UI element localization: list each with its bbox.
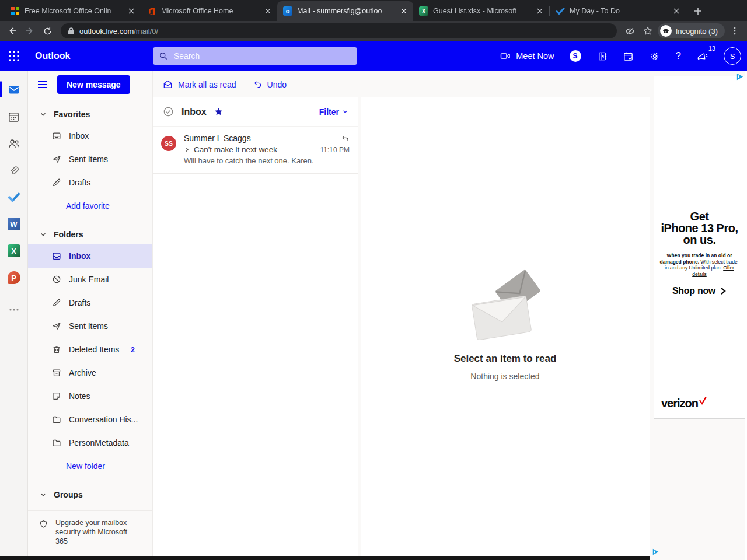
reload-icon[interactable] (40, 23, 55, 38)
rail-word-icon[interactable]: W (0, 211, 28, 237)
meet-now-label: Meet Now (516, 51, 554, 61)
close-icon[interactable] (535, 6, 544, 16)
skype-button[interactable]: S (570, 50, 581, 62)
help-button[interactable]: ? (676, 50, 681, 62)
notebook-icon (596, 51, 608, 62)
hamburger-menu-icon[interactable] (36, 78, 49, 91)
video-camera-icon (500, 50, 511, 62)
empty-state-subtitle: Nothing is selected (470, 372, 539, 381)
back-icon[interactable] (5, 23, 20, 38)
close-icon[interactable] (672, 6, 681, 16)
rail-todo-icon[interactable] (0, 184, 28, 211)
tab-free-office[interactable]: Free Microsoft Office Onlin (5, 1, 141, 21)
star-icon[interactable] (214, 107, 224, 117)
account-button[interactable]: S (724, 47, 741, 65)
tab-todo[interactable]: My Day - To Do (550, 1, 686, 21)
message-list-header: Inbox Filter (153, 97, 358, 127)
send-icon (51, 321, 62, 331)
rail-excel-icon[interactable]: X (0, 237, 28, 264)
adchoices-icon[interactable] (736, 72, 745, 81)
search-icon (159, 51, 168, 61)
close-icon[interactable] (263, 6, 273, 16)
list-title: Inbox (181, 107, 207, 117)
filter-button[interactable]: Filter (319, 107, 348, 117)
folder-notes[interactable]: Notes (28, 384, 152, 408)
inbox-icon (51, 131, 62, 141)
select-all-icon[interactable] (162, 106, 174, 118)
calendar-check-icon (623, 51, 634, 62)
microsoft-favicon (11, 6, 20, 16)
message-list-item[interactable]: SS Summer L Scaggs Can't make it next we… (153, 127, 358, 174)
close-icon[interactable] (127, 6, 136, 16)
pencil-icon (51, 177, 62, 188)
outlook-brand[interactable]: Outlook (35, 51, 70, 61)
favorite-sent-items[interactable]: Sent Items (28, 148, 152, 171)
favorite-drafts[interactable]: Drafts (28, 171, 152, 194)
url-bar[interactable]: outlook.live.com/mail/0/ (61, 23, 617, 38)
folder-pane: New message Favorites Inbox Sent Items D… (28, 71, 153, 556)
browser-menu-icon[interactable] (727, 23, 742, 38)
rail-powerpoint-icon[interactable]: P (0, 264, 28, 291)
shop-now-button[interactable]: Shop now (672, 286, 727, 296)
chevron-down-icon (40, 111, 47, 118)
meet-now-button[interactable]: Meet Now (500, 50, 554, 62)
folder-archive[interactable]: Archive (28, 361, 152, 384)
adchoices-icon[interactable] (652, 548, 660, 556)
undo-button[interactable]: Undo (253, 79, 287, 89)
my-day-button[interactable] (623, 51, 634, 62)
new-folder-link[interactable]: New folder (28, 454, 152, 478)
hidden-eye-icon[interactable] (623, 23, 638, 38)
rail-people-icon[interactable] (0, 130, 28, 157)
folder-conversation-history[interactable]: Conversation His... (28, 408, 152, 431)
tab-mail-active[interactable]: o Mail - summersflg@outloo (277, 1, 413, 21)
reading-pane: Select an item to read Nothing is select… (361, 97, 650, 556)
app-launcher-waffle-icon[interactable] (0, 41, 28, 71)
message-list-pane: Inbox Filter SS Summer L Scaggs Can't ma… (153, 97, 358, 556)
ad-panel[interactable]: Get iPhone 13 Pro, on us. When you trade… (654, 76, 745, 419)
folder-sent-items[interactable]: Sent Items (28, 314, 152, 338)
tab-guest-list[interactable]: X Guest List.xlsx - Microsoft (413, 1, 549, 21)
mark-all-read-button[interactable]: Mark all as read (162, 79, 236, 90)
favorite-inbox[interactable]: Inbox (28, 124, 152, 148)
folders-section-header[interactable]: Folders (28, 225, 152, 244)
ad-headline: Get iPhone 13 Pro, on us. (661, 211, 738, 246)
add-favorite-link[interactable]: Add favorite (28, 194, 152, 218)
bookmark-star-icon[interactable] (640, 23, 655, 38)
favorites-section-header[interactable]: Favorites (28, 104, 152, 124)
rail-more-apps-icon[interactable] (0, 301, 28, 318)
tab-office-home[interactable]: Microsoft Office Home (141, 1, 277, 21)
onenote-feed-button[interactable] (596, 51, 608, 62)
inbox-icon (51, 251, 62, 261)
folder-inbox[interactable]: Inbox (28, 244, 152, 268)
search-input[interactable] (174, 51, 351, 61)
gear-icon (649, 50, 661, 62)
message-subject: Can't make it next week (194, 145, 277, 154)
tab-title: My Day - To Do (570, 7, 667, 15)
upgrade-banner[interactable]: Upgrade your mailbox security with Micro… (28, 510, 152, 552)
groups-section-header[interactable]: Groups (28, 485, 152, 505)
folder-icon (51, 414, 62, 425)
rail-calendar-icon[interactable] (0, 103, 28, 130)
settings-button[interactable] (649, 50, 661, 62)
close-icon[interactable] (399, 6, 409, 16)
incognito-icon (660, 25, 672, 37)
rail-mail-icon[interactable] (0, 76, 28, 103)
expand-chevron-icon[interactable] (184, 146, 190, 153)
avatar: S (724, 47, 741, 65)
whats-new-button[interactable]: 13 (696, 50, 708, 62)
folder-drafts[interactable]: Drafts (28, 291, 152, 314)
search-box[interactable] (153, 47, 357, 65)
folder-junk-email[interactable]: Junk Email (28, 268, 152, 291)
forward-icon[interactable] (22, 23, 37, 38)
chevron-right-icon (720, 287, 727, 295)
lock-icon (68, 27, 75, 35)
new-tab-button[interactable] (690, 3, 706, 19)
ad-body-text: When you trade in an old or damaged phon… (659, 253, 741, 278)
folder-deleted-items[interactable]: Deleted Items 2 (28, 338, 152, 361)
tab-title: Mail - summersflg@outloo (297, 7, 395, 15)
new-message-button[interactable]: New message (57, 75, 130, 94)
rail-attachments-icon[interactable] (0, 157, 28, 184)
url-path: /mail/0/ (134, 27, 158, 36)
folder-personmetadata[interactable]: PersonMetadata (28, 431, 152, 454)
incognito-badge[interactable]: Incognito (3) (658, 23, 725, 38)
